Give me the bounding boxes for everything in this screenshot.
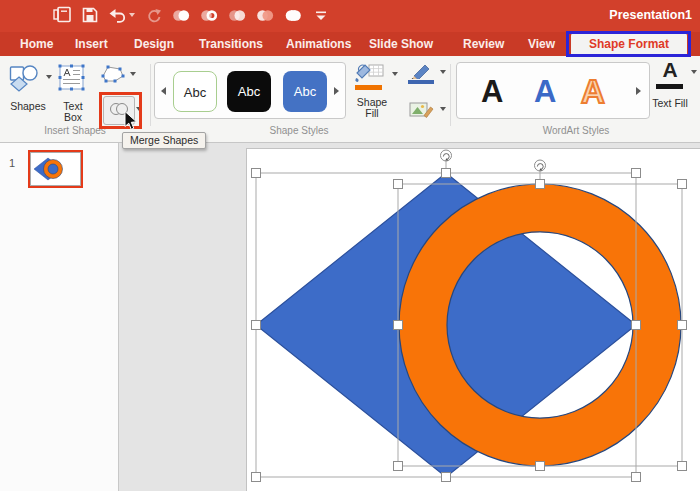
text-fill-icon: A: [662, 58, 677, 81]
group-separator: [450, 64, 451, 126]
shape-fill-button[interactable]: [354, 62, 390, 94]
text-box-button[interactable]: [58, 64, 86, 92]
tab-animations[interactable]: Animations: [286, 32, 351, 56]
shapes-icon: [8, 78, 42, 95]
ribbon: Shapes Text Box: [0, 56, 700, 143]
shape-style-swatch-1[interactable]: Abc: [173, 71, 217, 112]
edit-points-icon: [100, 71, 126, 88]
slide-number: 1: [9, 157, 15, 169]
tab-slide-show[interactable]: Slide Show: [369, 32, 433, 56]
text-fill-color-bar: [656, 84, 683, 89]
title-bar: Presentation1: [0, 0, 700, 32]
merge-intersect-icon[interactable]: [255, 6, 275, 24]
tab-review[interactable]: Review: [463, 32, 504, 56]
donut-rotation-handle[interactable]: [535, 160, 546, 180]
diamond-rotation-handle[interactable]: [441, 150, 452, 169]
tab-insert[interactable]: Insert: [75, 32, 108, 56]
slide-canvas[interactable]: [246, 148, 700, 491]
merge-shapes-tooltip: Merge Shapes: [122, 132, 206, 149]
slide-1-thumbnail[interactable]: [31, 153, 80, 185]
shape-effects-icon: [409, 106, 435, 123]
wordart-sample-blue[interactable]: A: [534, 70, 556, 114]
save-icon[interactable]: [80, 6, 100, 24]
annotation-box-slide-thumbnail: [28, 150, 83, 188]
merge-shapes-dropdown-caret[interactable]: [136, 107, 142, 111]
shape-outline-color-bar: [408, 80, 434, 84]
new-presentation-icon[interactable]: [52, 6, 72, 24]
tab-home[interactable]: Home: [20, 32, 53, 56]
shape-outline-dropdown-caret[interactable]: [440, 70, 446, 74]
merge-union-icon[interactable]: [171, 6, 191, 24]
tab-view[interactable]: View: [528, 32, 555, 56]
text-fill-button[interactable]: A: [652, 58, 688, 94]
redo-icon[interactable]: [143, 6, 163, 24]
toolbar-options-icon[interactable]: [311, 6, 331, 24]
tab-design[interactable]: Design: [134, 32, 174, 56]
shape-style-swatch-2[interactable]: Abc: [227, 71, 271, 112]
shape-effects-button[interactable]: [409, 100, 435, 120]
shape-fill-label-line2: Fill: [348, 108, 396, 119]
shapes-dropdown-caret[interactable]: [46, 75, 52, 79]
powerpoint-window: Presentation1 Home Insert Design Transit…: [0, 0, 700, 491]
text-fill-label: Text Fill: [646, 98, 694, 109]
shape-outline-button[interactable]: [408, 63, 436, 87]
undo-dropdown-caret[interactable]: [129, 13, 135, 17]
ribbon-tab-bar: Home Insert Design Transitions Animation…: [0, 32, 700, 56]
edit-shape-button[interactable]: [100, 64, 126, 86]
tab-transitions[interactable]: Transitions: [199, 32, 263, 56]
text-fill-dropdown-caret[interactable]: [691, 70, 697, 74]
window-title: Presentation1: [609, 8, 692, 22]
shape-fill-color-bar: [355, 85, 382, 90]
shape-styles-gallery: Abc Abc Abc: [154, 62, 346, 119]
shape-fill-dropdown-caret[interactable]: [392, 72, 398, 76]
tab-shape-format[interactable]: Shape Format: [571, 33, 687, 56]
merge-shapes-icon: [108, 101, 130, 121]
merge-subtract-icon[interactable]: [283, 6, 303, 24]
group-separator: [150, 64, 151, 126]
wordart-scroll-right-icon[interactable]: [636, 87, 641, 95]
wordart-group-label: WordArt Styles: [456, 125, 696, 136]
merge-shapes-button[interactable]: [103, 96, 135, 125]
text-box-label-line2: Box: [57, 112, 89, 123]
shapes-button-label: Shapes: [4, 101, 52, 112]
gallery-scroll-right-icon[interactable]: [334, 87, 339, 95]
edit-shape-dropdown-caret[interactable]: [130, 72, 136, 76]
wordart-sample-black[interactable]: A: [481, 70, 503, 114]
wordart-gallery: A A A: [456, 62, 650, 119]
undo-button[interactable]: [108, 7, 135, 23]
merge-combine-icon[interactable]: [199, 6, 219, 24]
slide-shapes-layer: [247, 149, 700, 491]
workspace: 1: [0, 143, 700, 491]
shape-effects-dropdown-caret[interactable]: [440, 107, 446, 111]
slide-thumbnail-panel: 1: [0, 143, 119, 491]
gallery-scroll-left-icon[interactable]: [161, 87, 166, 95]
shapes-button[interactable]: [8, 62, 48, 96]
text-box-icon: [58, 77, 85, 94]
merge-fragment-icon[interactable]: [227, 6, 247, 24]
quick-access-toolbar: [52, 6, 331, 24]
shape-style-swatch-3[interactable]: Abc: [283, 71, 327, 112]
wordart-sample-orange[interactable]: A: [581, 70, 605, 114]
